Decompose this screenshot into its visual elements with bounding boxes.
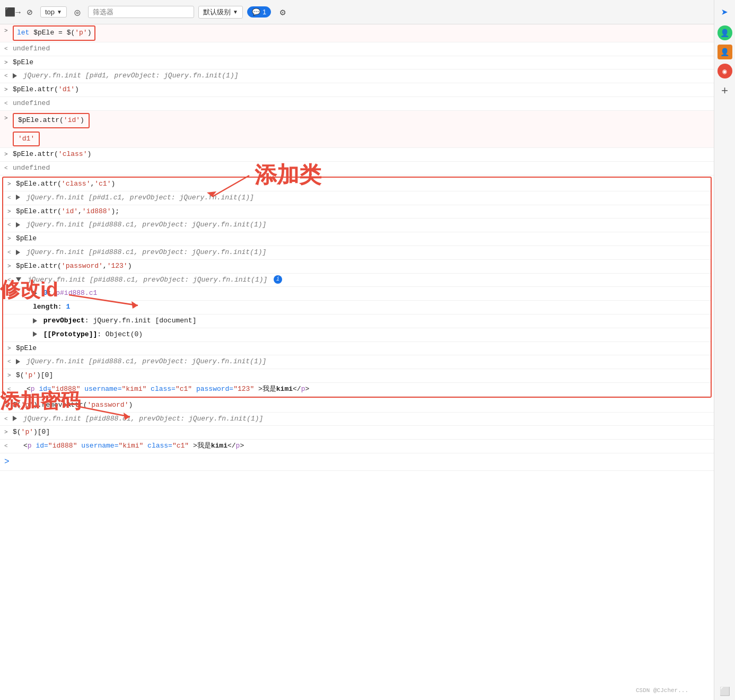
last-expand-line: > $('p')[0] [0, 426, 714, 440]
output-value-3: undefined [13, 163, 710, 174]
expand-icon-9[interactable]: > [7, 344, 16, 354]
clear-icon[interactable]: ⊘ [23, 6, 36, 19]
sidebar-icon-circle[interactable]: ◉ [718, 64, 732, 78]
expand-icon-6[interactable]: > [7, 207, 16, 217]
result-arrow: < [4, 72, 13, 81]
console-expand-line-3: > $pEle.attr('class') [0, 148, 714, 162]
log-level-selector[interactable]: 默认级别 ▼ [198, 6, 243, 19]
expand-icon-7[interactable]: > [7, 234, 16, 244]
message-count: 1 [262, 8, 266, 16]
code-line-9: $('p')[0] [16, 370, 706, 381]
filter-input[interactable] [88, 6, 194, 18]
expand-icon-8[interactable]: > [7, 262, 16, 272]
svg-line-0 [212, 176, 249, 197]
result-arrow-4: < [7, 248, 16, 258]
expand-icon[interactable]: > [4, 27, 13, 36]
result-arrow-3: < [7, 221, 16, 230]
console-boxed-input: > $pEle.attr('id') 'd1' [0, 111, 714, 148]
eye-icon[interactable]: ◎ [71, 6, 84, 19]
big-sub-line-4: [[Prototype]]: Object(0) [3, 328, 711, 342]
context-label: top [45, 8, 55, 16]
console-area: > let $pEle = $('p') < undefined > $pEle… [0, 24, 714, 700]
final-html-arrow: < [4, 442, 13, 451]
code-line-11: $('p')[0] [13, 427, 710, 438]
code-line-7: $pEle.attr('password','123') [16, 261, 706, 272]
result-arrow-2: < [7, 194, 16, 203]
big-sub-line-3: prevObject: jQuery.fn.init [document] [3, 314, 711, 328]
sidebar-icon-profile[interactable]: 👤 [718, 45, 732, 59]
expand-icon-11[interactable]: > [4, 401, 13, 410]
sub-chevron-icon [33, 291, 37, 296]
result-value-6: jQuery.fn.init [p#id888.c1, prevObject: … [16, 356, 706, 368]
sidebar-icon-arrow[interactable]: ➤ [716, 4, 733, 21]
log-level-label: 默认级别 [203, 7, 231, 17]
big-section-html-output: < <p id="id888" username="kimi" class="c… [3, 383, 711, 397]
messages-button[interactable]: 💬 1 [247, 6, 271, 18]
result-arrow-7: < [4, 415, 13, 424]
output-arrow-3: < [4, 164, 13, 173]
output-value: undefined [13, 43, 710, 55]
code-line-3: $pEle.attr('class') [13, 149, 710, 160]
chevron-icon-6 [13, 416, 17, 421]
result-arrow-6: < [7, 357, 16, 367]
message-bubble-icon: 💬 [252, 8, 260, 16]
prompt-icon[interactable]: > [4, 456, 13, 469]
code-line: $pEle [13, 57, 710, 68]
output-value-2: undefined [13, 98, 710, 109]
big-section-line-3: > $pEle [3, 232, 711, 246]
code-line-boxed: $pEle.attr('id') 'd1' [13, 113, 710, 147]
html-value: <p id="id888" username="kimi" class="c1"… [16, 384, 706, 395]
info-icon: i [274, 275, 282, 284]
sidebar-icon-user[interactable]: 👤 [718, 25, 732, 40]
sidebar-icon-expand[interactable]: ⬜ [716, 683, 733, 700]
expand-icon-10[interactable]: > [7, 371, 16, 381]
sub-chevron-icon-3 [33, 331, 37, 337]
console-output-line: < undefined [0, 42, 714, 56]
console-input-line: > let $pEle = $('p') [0, 24, 714, 42]
console-expand-line: > $pEle [0, 56, 714, 70]
result-value-4: jQuery.fn.init [p#id888.c1, prevObject: … [16, 247, 706, 258]
big-section-result-3: < jQuery.fn.init [p#id888.c1, prevObject… [3, 246, 711, 260]
result-value-3: jQuery.fn.init [p#id888.c1, prevObject: … [16, 220, 706, 231]
toolbar: ⬛→ ⊘ top ▼ ◎ 默认级别 ▼ 💬 1 ⚙️ [0, 0, 714, 24]
main-content: ⬛→ ⊘ top ▼ ◎ 默认级别 ▼ 💬 1 ⚙️ > let $pEle =… [0, 0, 714, 700]
expand-icon-3[interactable]: > [4, 114, 13, 124]
expand-icon[interactable]: > [4, 85, 13, 95]
output-arrow: < [4, 45, 13, 54]
sidebar-icon-add[interactable]: + [716, 83, 733, 100]
svg-line-4 [77, 406, 130, 417]
svg-marker-5 [124, 413, 130, 420]
chevron-icon-3 [16, 222, 20, 228]
console-result-line: < jQuery.fn.init [p#d1, prevObject: jQue… [0, 69, 714, 83]
add-class-arrow [207, 160, 260, 202]
chevron-right-icon [13, 73, 17, 78]
expand-icon-5[interactable]: > [7, 180, 16, 189]
dropdown-arrow-icon: ▼ [57, 9, 62, 15]
code-line-6: $pEle [16, 233, 706, 244]
big-section-result-2: < jQuery.fn.init [p#id888.c1, prevObject… [3, 218, 711, 232]
context-selector[interactable]: top ▼ [40, 6, 67, 18]
result-value: jQuery.fn.init [p#d1, prevObject: jQuery… [13, 71, 710, 82]
code-line-8: $pEle [16, 343, 706, 354]
big-section-line-2: > $pEle.attr('id','id888'); [3, 205, 711, 219]
result-value-2: jQuery.fn.init [p#d1.c1, prevObject: jQu… [16, 192, 706, 204]
sub-value-4: [[Prototype]]: Object(0) [33, 329, 706, 340]
svg-marker-3 [132, 301, 138, 309]
expand-icon-12[interactable]: > [4, 428, 13, 438]
big-section-line-4: > $pEle.attr('password','123') [3, 260, 711, 274]
back-icon[interactable]: ⬛→ [6, 6, 19, 19]
svg-marker-1 [207, 191, 216, 197]
level-dropdown-icon: ▼ [233, 9, 238, 15]
prompt-line: > [0, 453, 714, 471]
console-output-line-2: < undefined [0, 97, 714, 111]
settings-button[interactable]: ⚙️ [275, 5, 290, 20]
expand-icon[interactable]: > [4, 58, 13, 68]
expand-icon-4[interactable]: > [4, 150, 13, 160]
final-html-output: < <p id="id888" username="kimi" class="c… [0, 440, 714, 453]
code-line-5: $pEle.attr('id','id888'); [16, 206, 706, 217]
sub-value-3: prevObject: jQuery.fn.init [document] [33, 316, 706, 327]
big-section-line-5: > $pEle [3, 342, 711, 356]
watermark: CSDN @CJcher... [636, 686, 688, 696]
big-section-line-6: > $('p')[0] [3, 369, 711, 383]
code-line-4: $pEle.attr('class','c1') [16, 179, 706, 190]
